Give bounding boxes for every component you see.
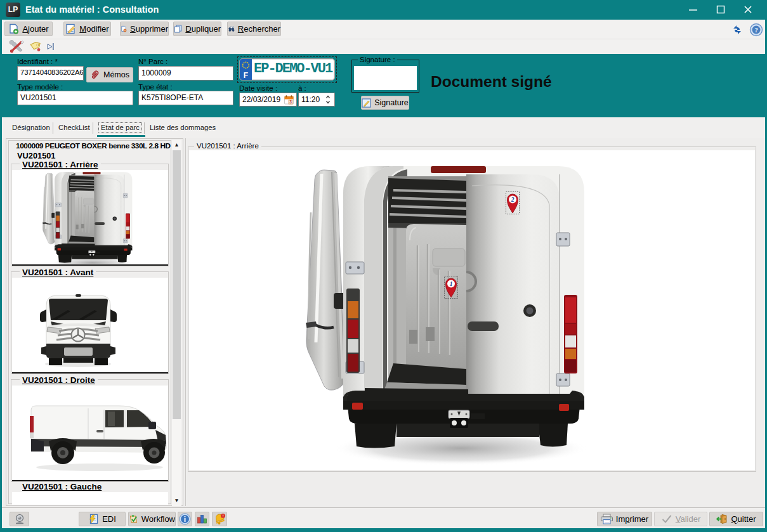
svg-text:1: 1 — [450, 281, 453, 287]
svg-text:?: ? — [754, 27, 757, 34]
svg-text:2: 2 — [511, 197, 515, 203]
svg-text:3: 3 — [289, 100, 292, 104]
